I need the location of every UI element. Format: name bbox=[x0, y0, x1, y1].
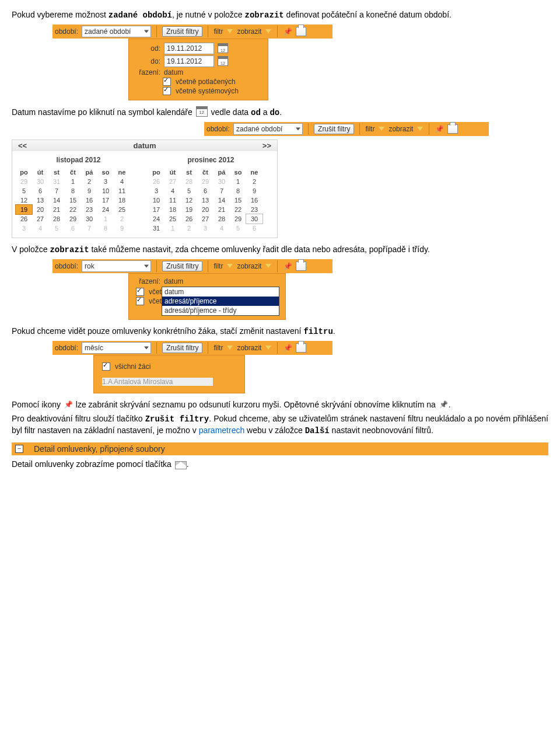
calendar-day[interactable]: 5 bbox=[16, 186, 32, 196]
pin-icon[interactable]: 📌 bbox=[435, 124, 444, 134]
calendar-day[interactable]: 10 bbox=[148, 196, 164, 205]
calendar-day[interactable]: 29 bbox=[65, 214, 81, 224]
filtr-dropdown-icon[interactable] bbox=[227, 264, 233, 268]
calendar-day[interactable]: 19 bbox=[181, 205, 197, 214]
calendar-day[interactable]: 26 bbox=[181, 214, 197, 224]
calendar-day[interactable]: 2 bbox=[246, 177, 262, 186]
combo-obdobi[interactable]: měsíc bbox=[82, 342, 151, 354]
calendar-day[interactable]: 16 bbox=[246, 196, 262, 205]
calendar-day[interactable]: 14 bbox=[214, 196, 230, 205]
razeni-open-list[interactable]: datumadresát/příjemceadresát/příjemce - … bbox=[162, 287, 279, 316]
checkbox-vsichni-zaci[interactable] bbox=[102, 362, 110, 371]
calendar-day[interactable]: 4 bbox=[114, 177, 130, 186]
calendar-day[interactable]: 29 bbox=[230, 214, 246, 224]
filtr-dropdown-icon[interactable] bbox=[227, 346, 233, 350]
calendar-day[interactable]: 1 bbox=[65, 177, 81, 186]
calendar-day[interactable]: 1 bbox=[230, 177, 246, 186]
calendar-day[interactable]: 31 bbox=[148, 224, 164, 233]
calendar-day[interactable]: 17 bbox=[97, 196, 114, 205]
checkbox[interactable] bbox=[136, 297, 144, 305]
razeni-combo[interactable]: datum bbox=[164, 277, 257, 285]
filtr-dropdown-icon[interactable] bbox=[379, 127, 384, 131]
calendar-day[interactable]: 9 bbox=[246, 186, 262, 196]
combo-obdobi[interactable]: zadané období bbox=[233, 123, 303, 135]
print-icon[interactable] bbox=[296, 262, 306, 271]
calendar-day[interactable]: 14 bbox=[48, 196, 65, 205]
calendar-day[interactable]: 8 bbox=[230, 186, 246, 196]
calendar-day[interactable]: 27 bbox=[197, 214, 214, 224]
calendar-day[interactable]: 6 bbox=[197, 186, 214, 196]
zobrazit-dropdown-icon[interactable] bbox=[417, 127, 423, 131]
calendar-day[interactable]: 22 bbox=[65, 205, 81, 214]
calendar-day[interactable]: 25 bbox=[164, 214, 181, 224]
calendar-day[interactable]: 21 bbox=[48, 205, 65, 214]
checkbox-systemovych[interactable] bbox=[163, 87, 171, 95]
calendar-day[interactable]: 8 bbox=[65, 186, 81, 196]
pin-icon[interactable]: 📌 bbox=[283, 343, 292, 353]
calendar-day[interactable]: 4 bbox=[164, 186, 181, 196]
checkbox-potlacenych[interactable] bbox=[163, 78, 171, 86]
calendar-day[interactable]: 7 bbox=[48, 186, 65, 196]
calendar-day[interactable]: 12 bbox=[16, 196, 32, 205]
calendar-day[interactable]: 24 bbox=[97, 205, 114, 214]
calendar-next-button[interactable]: >> bbox=[262, 141, 271, 150]
calendar-day[interactable]: 11 bbox=[114, 186, 130, 196]
select-option[interactable]: adresát/příjemce - třídy bbox=[162, 306, 279, 315]
calendar-day[interactable]: 17 bbox=[148, 205, 164, 214]
calendar-day[interactable]: 20 bbox=[197, 205, 214, 214]
envelope-icon[interactable] bbox=[175, 461, 187, 469]
calendar-day[interactable]: 30 bbox=[81, 214, 97, 224]
do-field[interactable]: 19.11.2012 bbox=[164, 55, 214, 67]
checkbox[interactable] bbox=[136, 288, 144, 296]
combo-obdobi[interactable]: rok bbox=[82, 260, 151, 272]
calendar-day[interactable]: 30 bbox=[246, 214, 262, 224]
zrusit-filtry-button[interactable]: Zrušit filtry bbox=[162, 343, 202, 353]
calendar-day[interactable]: 7 bbox=[214, 186, 230, 196]
calendar-day[interactable]: 20 bbox=[32, 205, 48, 214]
calendar-day[interactable]: 13 bbox=[197, 196, 214, 205]
zrusit-filtry-button[interactable]: Zrušit filtry bbox=[162, 261, 202, 271]
calendar-day[interactable]: 28 bbox=[48, 214, 65, 224]
calendar-day[interactable]: 23 bbox=[81, 205, 97, 214]
print-icon[interactable] bbox=[296, 27, 306, 36]
select-option[interactable]: datum bbox=[162, 287, 279, 297]
calendar-day[interactable]: 26 bbox=[16, 214, 32, 224]
calendar-day[interactable]: 5 bbox=[181, 186, 197, 196]
pin-icon[interactable]: 📌 bbox=[283, 262, 292, 271]
pin-icon[interactable]: 📌 bbox=[283, 27, 292, 36]
calendar-icon[interactable] bbox=[218, 56, 228, 66]
calendar-day[interactable]: 25 bbox=[114, 205, 130, 214]
razeni-combo[interactable]: datum bbox=[164, 68, 251, 76]
calendar-day[interactable]: 28 bbox=[214, 214, 230, 224]
calendar-day[interactable]: 12 bbox=[181, 196, 197, 205]
calendar-day[interactable]: 15 bbox=[65, 196, 81, 205]
calendar-day[interactable]: 19 bbox=[16, 205, 32, 214]
calendar-day[interactable]: 9 bbox=[81, 186, 97, 196]
calendar-day[interactable]: 10 bbox=[97, 186, 114, 196]
collapse-icon[interactable]: − bbox=[15, 445, 23, 453]
calendar-day[interactable]: 15 bbox=[230, 196, 246, 205]
zrusit-filtry-button[interactable]: Zrušit filtry bbox=[162, 26, 202, 37]
zobrazit-dropdown-icon[interactable] bbox=[265, 346, 271, 350]
zobrazit-dropdown-icon[interactable] bbox=[265, 264, 271, 268]
calendar-day[interactable]: 11 bbox=[164, 196, 181, 205]
zobrazit-dropdown-icon[interactable] bbox=[265, 29, 271, 33]
calendar-day[interactable]: 2 bbox=[81, 177, 97, 186]
calendar-day[interactable]: 21 bbox=[214, 205, 230, 214]
calendar-day[interactable]: 18 bbox=[164, 205, 181, 214]
select-option[interactable]: adresát/příjemce bbox=[162, 297, 279, 306]
calendar-day[interactable]: 16 bbox=[81, 196, 97, 205]
calendar-day[interactable]: 3 bbox=[97, 177, 114, 186]
filtr-dropdown-icon[interactable] bbox=[227, 29, 233, 33]
calendar-day[interactable]: 3 bbox=[148, 186, 164, 196]
calendar-day[interactable]: 13 bbox=[32, 196, 48, 205]
calendar-icon[interactable] bbox=[218, 43, 228, 53]
combo-obdobi[interactable]: zadané období bbox=[82, 26, 151, 37]
calendar-day[interactable]: 22 bbox=[230, 205, 246, 214]
calendar-day[interactable]: 27 bbox=[32, 214, 48, 224]
calendar-day[interactable]: 6 bbox=[32, 186, 48, 196]
od-field[interactable]: 19.11.2012 bbox=[164, 43, 214, 54]
zrusit-filtry-button[interactable]: Zrušit filtry bbox=[314, 124, 354, 134]
calendar-day[interactable]: 23 bbox=[246, 205, 262, 214]
print-icon[interactable] bbox=[296, 343, 306, 353]
